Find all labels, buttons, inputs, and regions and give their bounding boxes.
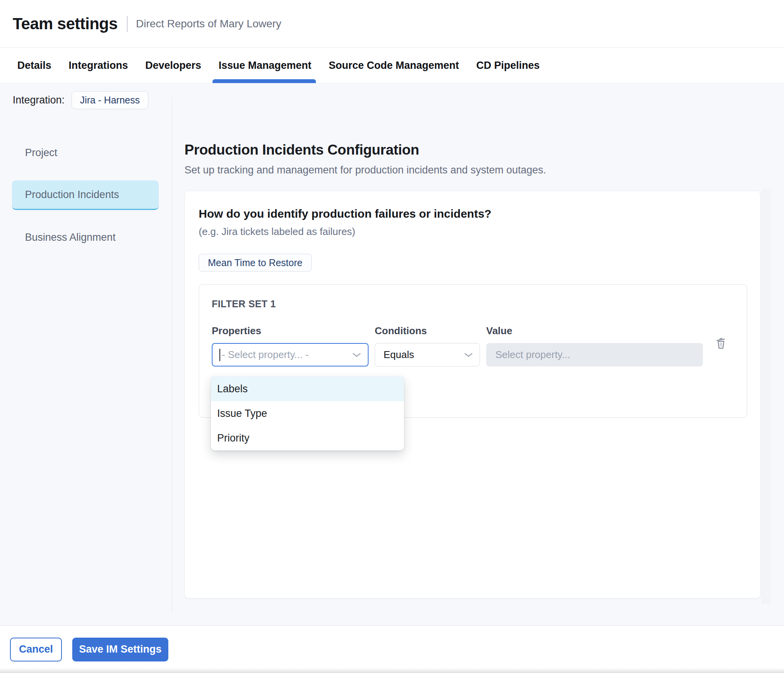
tab-developers[interactable]: Developers <box>145 48 201 83</box>
tab-integrations[interactable]: Integrations <box>69 48 128 83</box>
tab-details[interactable]: Details <box>17 48 51 83</box>
incidents-config-card: How do you identify production failures … <box>184 191 761 598</box>
dropdown-option-issue-type[interactable]: Issue Type <box>211 401 404 426</box>
value-input-disabled[interactable]: Select property... <box>486 343 703 366</box>
dropdown-option-priority[interactable]: Priority <box>211 426 404 450</box>
sidebar-item-project[interactable]: Project <box>12 138 159 168</box>
sidebar-divider <box>172 97 172 612</box>
tab-cd-pipelines[interactable]: CD Pipelines <box>476 48 540 83</box>
column-header-properties: Properties <box>212 325 369 337</box>
page-subtitle: Direct Reports of Mary Lowery <box>136 18 281 30</box>
header: Team settings Direct Reports of Mary Low… <box>0 0 784 48</box>
trash-icon <box>715 336 727 350</box>
value-input-placeholder: Select property... <box>495 349 570 361</box>
scrollbar-track[interactable] <box>762 189 771 604</box>
text-caret <box>219 349 220 361</box>
dropdown-option-labels[interactable]: Labels <box>211 376 404 401</box>
filter-set-card: FILTER SET 1 Properties - Select propert… <box>199 284 747 418</box>
integration-row: Integration: Jira - Harness <box>0 84 784 117</box>
tab-bar: Details Integrations Developers Issue Ma… <box>0 48 784 83</box>
main-panel: Production Incidents Configuration Set u… <box>172 117 784 598</box>
integration-chip[interactable]: Jira - Harness <box>71 91 148 109</box>
section-subtitle: Set up tracking and management for produ… <box>184 164 784 176</box>
property-select-placeholder: - Select property... - <box>222 349 352 361</box>
delete-filter-button[interactable] <box>715 331 727 355</box>
settings-sidebar: Project Production Incidents Business Al… <box>0 117 172 598</box>
property-select[interactable]: - Select property... - <box>212 343 369 366</box>
metric-tab-mean-time-to-restore[interactable]: Mean Time to Restore <box>199 254 312 272</box>
integration-label: Integration: <box>13 94 65 106</box>
column-header-conditions: Conditions <box>375 325 480 337</box>
tab-source-code-management[interactable]: Source Code Management <box>329 48 459 83</box>
title-divider <box>127 16 128 32</box>
section-title: Production Incidents Configuration <box>184 142 784 158</box>
condition-select[interactable]: Equals <box>375 343 480 366</box>
property-dropdown-menu: Labels Issue Type Priority <box>211 376 404 450</box>
footer-bar: Cancel Save IM Settings <box>0 625 784 673</box>
content-area: Integration: Jira - Harness Project Prod… <box>0 84 784 625</box>
chevron-down-icon <box>464 352 473 358</box>
question-hint: (e.g. Jira tickets labeled as failures) <box>199 226 760 238</box>
sidebar-item-production-incidents[interactable]: Production Incidents <box>12 180 159 210</box>
column-header-value: Value <box>486 325 703 337</box>
page-title: Team settings <box>13 15 118 33</box>
chevron-down-icon <box>352 352 361 358</box>
tab-issue-management[interactable]: Issue Management <box>219 48 312 83</box>
sidebar-item-business-alignment[interactable]: Business Alignment <box>12 223 159 252</box>
save-im-settings-button[interactable]: Save IM Settings <box>72 638 168 661</box>
question-title: How do you identify production failures … <box>199 207 760 220</box>
condition-select-value: Equals <box>384 349 464 361</box>
filter-set-title: FILTER SET 1 <box>212 298 747 310</box>
cancel-button[interactable]: Cancel <box>10 638 62 661</box>
